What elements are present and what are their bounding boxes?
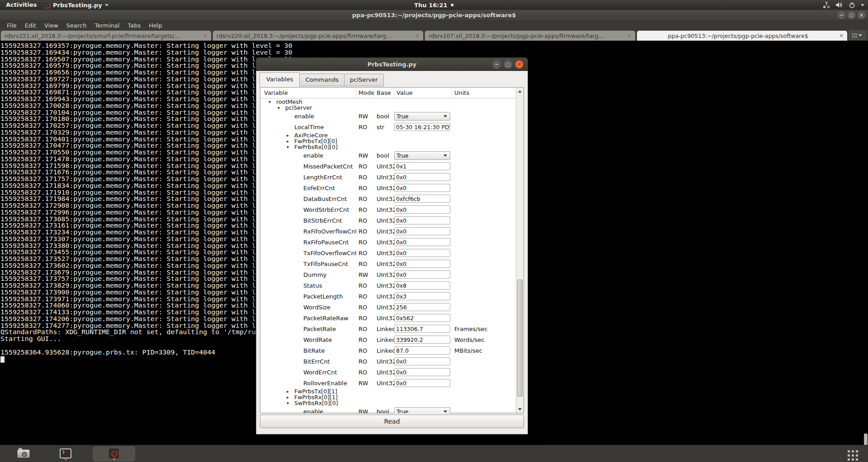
terminal-tab-1[interactable]: rdsrv221:xil_2018.3:~/projects/smurf-pci… [1, 31, 211, 41]
collapse-arrow-icon[interactable]: ▾ [278, 105, 285, 110]
value-dropdown[interactable]: True [394, 407, 450, 414]
value-input[interactable]: 0x3 [394, 292, 450, 300]
column-header-units[interactable]: Units [452, 88, 516, 98]
dialog-minimize-button[interactable]: − [492, 60, 501, 69]
value-input[interactable]: 0x0 [394, 173, 450, 181]
column-header-value[interactable]: Value [394, 88, 452, 98]
value-input[interactable]: 0x0 [394, 357, 450, 365]
dialog-maximize-button[interactable]: ▢ [504, 60, 512, 69]
collapse-arrow-icon[interactable]: ▾ [269, 99, 276, 104]
value-input[interactable]: 0xfcf6cb [394, 195, 450, 203]
collapse-arrow-icon[interactable]: ▾ [287, 145, 294, 149]
value-input[interactable]: 87.0 [394, 346, 450, 355]
expand-arrow-icon[interactable]: ▸ [287, 389, 294, 394]
tree-branch-row: ▾FwPrbsRx[0][0] [260, 144, 516, 150]
screenshot-tool-icon[interactable] [17, 449, 30, 458]
collapse-arrow-icon[interactable]: ▾ [287, 401, 294, 406]
clock[interactable]: Thu 16:21 [414, 0, 453, 10]
menu-item-edit[interactable]: Edit [21, 22, 40, 29]
terminal-tab-4[interactable]: ppa-pc90513:~/projects/pgp-pcie-apps/sof… [637, 31, 847, 41]
activities-button[interactable]: Activities [6, 0, 37, 10]
variable-name: Status [260, 282, 356, 289]
variable-row: BitRateROLinked87.0MBits/sec [260, 345, 516, 356]
tab-close-icon[interactable]: × [415, 33, 420, 39]
value-input[interactable]: 0x0 [394, 368, 450, 376]
close-button[interactable]: × [858, 11, 865, 19]
variable-row: PacketLengthROUInt320x3 [260, 291, 516, 302]
value-input[interactable]: 0x1 [394, 162, 450, 170]
variable-name: TxFifoOverflowCnt [260, 250, 356, 257]
menu-item-search[interactable]: Search [62, 22, 91, 29]
terminal-titlebar[interactable]: ppa-pc90513:~/projects/pgp-pcie-apps/sof… [0, 10, 868, 21]
variable-row: StatusROUInt320x8 [260, 280, 516, 291]
scroll-down-icon[interactable] [516, 406, 524, 413]
variable-row: MissedPacketCntROUInt320x1 [260, 161, 516, 172]
menu-item-tabs[interactable]: Tabs [123, 22, 145, 29]
expand-arrow-icon[interactable]: ▸ [287, 395, 294, 400]
expand-arrow-icon[interactable]: ▸ [287, 133, 294, 138]
menu-item-terminal[interactable]: Terminal [90, 22, 123, 29]
terminal-tab-2[interactable]: rdsrv220:xil_2018.3:~/projects/pgp-pcie-… [213, 31, 423, 41]
column-header-mode[interactable]: Mode [356, 88, 374, 98]
value-input[interactable]: 0x0 [394, 379, 450, 387]
variable-row: DataBusErrCntROUInt320xfcf6cb [260, 193, 516, 204]
svg-text:?: ? [825, 1, 828, 6]
new-tab-caret-icon [859, 34, 862, 37]
column-header-base[interactable]: Base [374, 88, 394, 98]
variable-base: UInt32 [374, 239, 394, 246]
new-tab-button[interactable]: + [849, 31, 865, 40]
value-input[interactable]: 0x0 [394, 205, 450, 214]
value-input[interactable]: 0x0 [394, 184, 450, 192]
show-applications-icon[interactable] [848, 450, 858, 461]
value-input[interactable]: 0x0 [394, 260, 450, 268]
value-dropdown[interactable]: True [394, 151, 450, 160]
dialog-titlebar[interactable]: PrbsTesting.py − ▢ ✕ [256, 57, 528, 71]
dialog-tab-variables[interactable]: Variables [259, 72, 300, 87]
dialog-tab-pciserver[interactable]: pciServer [344, 74, 384, 86]
variable-mode: RW [356, 380, 374, 387]
dropdown-value: True [395, 152, 443, 159]
variable-base: UInt32 [374, 228, 394, 235]
system-tray[interactable]: ? [823, 0, 864, 10]
variable-mode: RO [356, 261, 374, 267]
variable-name: TxFifoPauseCnt [260, 261, 356, 267]
read-button[interactable]: Read [260, 415, 524, 428]
variable-name: enable [260, 152, 356, 159]
tab-close-icon[interactable]: × [839, 33, 844, 39]
value-input[interactable]: 113306.7 [394, 325, 450, 333]
terminal-app-icon[interactable] [60, 448, 71, 458]
variable-base: bool [374, 152, 394, 159]
value-input[interactable]: 0x0 [394, 271, 450, 279]
expand-arrow-icon[interactable]: ▸ [287, 139, 294, 144]
maximize-button[interactable]: ▢ [848, 11, 855, 19]
value-input[interactable]: 339920.2 [394, 336, 450, 344]
value-input[interactable]: 05-30 16:21:30 PDT [394, 123, 450, 131]
terminal-tab-3[interactable]: rdsrv107:xil_2018.3:~/projects/pgp-pcie-… [425, 31, 635, 41]
variable-name: LengthErrCnt [260, 174, 356, 181]
menu-item-help[interactable]: Help [145, 22, 166, 29]
column-header-variable[interactable]: Variable [260, 88, 356, 98]
value-input[interactable]: 0x0 [394, 249, 450, 257]
variable-value-cell: 113306.7 [394, 325, 452, 333]
menu-item-file[interactable]: File [3, 22, 21, 29]
minimize-button[interactable]: − [838, 11, 845, 19]
app-menu[interactable]: PrbsTesting.py [43, 0, 108, 10]
variable-mode: RW [356, 408, 374, 414]
value-dropdown[interactable]: True [394, 112, 450, 121]
scroll-up-icon[interactable] [516, 88, 524, 95]
value-input[interactable]: 0x562 [394, 314, 450, 322]
tab-close-icon[interactable]: × [627, 33, 632, 39]
variable-base: UInt32 [374, 293, 394, 300]
menu-item-view[interactable]: View [40, 22, 62, 29]
network-status-icon: ? [823, 1, 830, 9]
value-input[interactable]: 0x0 [394, 227, 450, 235]
dialog-tab-commands[interactable]: Commands [299, 74, 344, 86]
value-input[interactable]: 0x0 [394, 216, 450, 224]
tab-close-icon[interactable]: × [203, 33, 208, 39]
dialog-close-button[interactable]: ✕ [515, 60, 524, 69]
value-input[interactable]: 0x0 [394, 238, 450, 246]
tree-scrollbar[interactable] [516, 88, 524, 413]
value-input[interactable]: 256 [394, 303, 450, 311]
scrollbar-thumb[interactable] [517, 280, 523, 397]
value-input[interactable]: 0x8 [394, 281, 450, 289]
